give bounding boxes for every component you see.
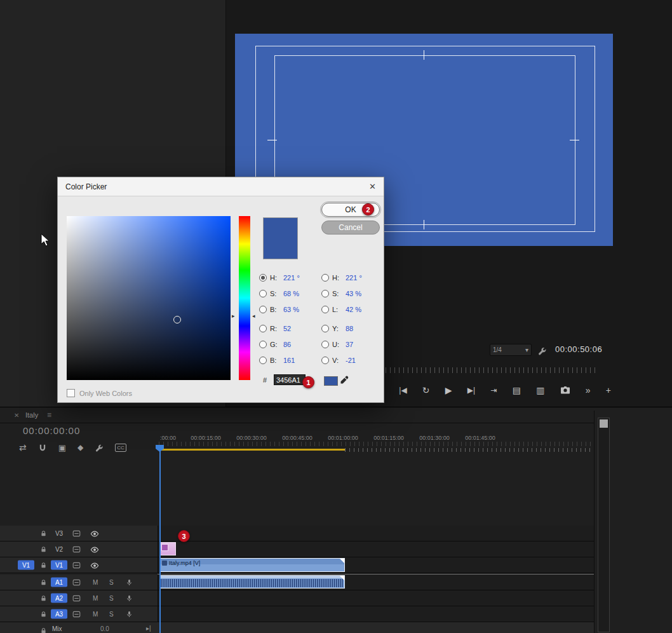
- field-value[interactable]: 161: [283, 357, 300, 364]
- track-name-v1[interactable]: V1: [51, 561, 67, 570]
- vertical-scrollbar[interactable]: [598, 418, 610, 632]
- cancel-button[interactable]: Cancel: [321, 221, 380, 235]
- source-patch-v1[interactable]: V1: [18, 561, 34, 570]
- lock-icon[interactable]: [40, 592, 47, 604]
- radio-l[interactable]: [321, 306, 329, 313]
- field-value[interactable]: 42 %: [346, 306, 362, 313]
- field-value[interactable]: 63 %: [283, 306, 300, 313]
- monitor-mini-timeline[interactable]: [359, 367, 595, 373]
- radio-h[interactable]: [259, 274, 267, 282]
- radio-h2[interactable]: [321, 274, 329, 282]
- field-value[interactable]: 52: [283, 325, 300, 332]
- hue-slider-right-arrow-icon[interactable]: ◂: [252, 313, 255, 319]
- export-frame-camera-icon[interactable]: [560, 385, 570, 395]
- track-lane-a2[interactable]: [158, 590, 594, 606]
- play-button-icon[interactable]: ▶: [445, 386, 452, 395]
- sync-lock-icon[interactable]: [72, 543, 81, 555]
- sync-lock-icon[interactable]: [72, 559, 81, 571]
- voiceover-mic-icon[interactable]: [126, 592, 133, 604]
- radio-v[interactable]: [321, 357, 329, 364]
- lift-icon[interactable]: ▤: [513, 386, 521, 395]
- field-value[interactable]: 86: [283, 341, 300, 348]
- go-to-out-icon[interactable]: ⇥: [490, 386, 497, 394]
- sync-lock-icon[interactable]: [72, 592, 81, 604]
- graphic-clip-v2[interactable]: [159, 542, 176, 555]
- saturation-brightness-field[interactable]: [67, 216, 231, 380]
- field-value[interactable]: 37: [346, 341, 362, 348]
- hue-slider-left-arrow-icon[interactable]: ▸: [232, 313, 235, 319]
- toggle-track-output-eye-icon[interactable]: [90, 559, 99, 571]
- video-audio-divider[interactable]: [158, 574, 594, 575]
- radio-b2[interactable]: [259, 357, 267, 364]
- keyframe-navigator-icon[interactable]: ▸|: [146, 625, 151, 632]
- track-lane-v2[interactable]: [158, 541, 594, 557]
- voiceover-mic-icon[interactable]: [126, 576, 133, 588]
- panel-menu-icon[interactable]: ≡: [47, 411, 51, 419]
- mute-track-button[interactable]: M: [93, 611, 98, 618]
- track-name-a2[interactable]: A2: [51, 594, 67, 603]
- more-options-chevron-icon[interactable]: »: [586, 386, 591, 395]
- solo-track-button[interactable]: S: [109, 595, 114, 602]
- playhead-line[interactable]: [159, 446, 161, 633]
- captions-cc-icon[interactable]: CC: [115, 444, 126, 452]
- dialog-close-icon[interactable]: ✕: [369, 182, 376, 191]
- hex-input[interactable]: [274, 374, 306, 385]
- snap-magnet-icon[interactable]: [38, 442, 47, 453]
- playback-resolution-dropdown[interactable]: 1/4 ▾: [490, 344, 532, 356]
- lock-icon[interactable]: [40, 625, 47, 633]
- step-forward-icon[interactable]: ▶|: [467, 386, 475, 394]
- solo-track-button[interactable]: S: [109, 579, 114, 586]
- mute-track-button[interactable]: M: [93, 579, 98, 586]
- extract-icon[interactable]: ▥: [536, 386, 544, 395]
- field-value[interactable]: 221 °: [346, 274, 362, 282]
- solo-track-button[interactable]: S: [109, 611, 114, 618]
- radio-y[interactable]: [321, 325, 329, 332]
- field-value[interactable]: 68 %: [283, 290, 300, 297]
- radio-r[interactable]: [259, 325, 267, 332]
- field-value[interactable]: 221 °: [283, 274, 300, 282]
- lock-icon[interactable]: [40, 608, 47, 620]
- lock-icon[interactable]: [40, 576, 47, 588]
- track-name-v2[interactable]: V2: [51, 545, 67, 554]
- vertical-scrollbar-thumb[interactable]: [600, 419, 608, 428]
- monitor-settings-wrench-icon[interactable]: [537, 345, 547, 357]
- track-name-a1[interactable]: A1: [51, 578, 67, 587]
- tab-close-icon[interactable]: ✕: [14, 412, 19, 419]
- radio-s[interactable]: [259, 290, 267, 297]
- video-clip-italy[interactable]: Italy.mp4 [V]: [159, 558, 345, 572]
- play-around-icon[interactable]: ↻: [422, 386, 430, 395]
- playhead-timecode[interactable]: 00:00:00:00: [23, 425, 80, 436]
- track-name-v3[interactable]: V3: [51, 529, 67, 538]
- add-marker-icon[interactable]: ◆: [77, 443, 83, 452]
- mute-track-button[interactable]: M: [93, 595, 98, 602]
- eyedropper-icon[interactable]: [339, 374, 349, 385]
- field-value[interactable]: -21: [346, 357, 362, 364]
- lock-icon[interactable]: [40, 559, 47, 571]
- voiceover-mic-icon[interactable]: [126, 608, 133, 620]
- dialog-title-bar[interactable]: Color Picker ✕: [58, 177, 384, 196]
- nest-toggle-icon[interactable]: ⇄: [19, 442, 27, 453]
- audio-clip-italy[interactable]: [159, 575, 345, 589]
- add-button-icon[interactable]: +: [606, 386, 611, 395]
- radio-b[interactable]: [259, 306, 267, 313]
- work-area-bar[interactable]: [160, 449, 345, 451]
- toggle-track-output-eye-icon[interactable]: [90, 528, 99, 539]
- track-lane-a3[interactable]: [158, 606, 594, 622]
- lock-icon[interactable]: [40, 528, 47, 539]
- sync-lock-icon[interactable]: [72, 528, 81, 539]
- hue-slider[interactable]: [239, 216, 250, 380]
- sync-lock-icon[interactable]: [72, 608, 81, 620]
- timeline-settings-wrench-icon[interactable]: [95, 442, 104, 453]
- field-value[interactable]: 88: [346, 325, 362, 332]
- only-web-colors-checkbox[interactable]: [67, 389, 75, 397]
- mix-level-value[interactable]: 0.0: [100, 625, 109, 632]
- radio-g[interactable]: [259, 341, 267, 348]
- radio-s2[interactable]: [321, 290, 329, 297]
- sequence-tab-italy[interactable]: Italy: [25, 411, 38, 419]
- toggle-track-output-eye-icon[interactable]: [90, 543, 99, 555]
- sync-lock-icon[interactable]: [72, 576, 81, 588]
- field-value[interactable]: 43 %: [346, 290, 362, 297]
- color-field-marker[interactable]: [173, 316, 181, 323]
- track-lane-v3[interactable]: [158, 526, 594, 541]
- radio-u[interactable]: [321, 341, 329, 348]
